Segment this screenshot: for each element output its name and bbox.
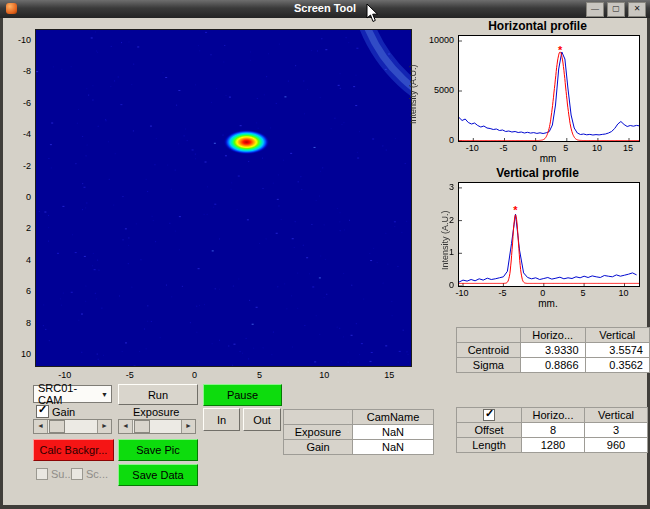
run-button[interactable]: Run (118, 384, 198, 405)
camera-select[interactable]: SRC01-CAM ▼ (33, 385, 112, 403)
tick-label: -10 (456, 288, 469, 298)
tick-label: -10 (3, 35, 31, 45)
tick-label: 15 (384, 370, 394, 380)
screen-tool-window: Screen Tool — ▢ ✕ Horizontal profile * V… (0, 0, 650, 509)
titlebar[interactable]: Screen Tool — ▢ ✕ (0, 0, 650, 18)
row-header: Length (457, 438, 522, 453)
chevron-down-icon: ▼ (101, 391, 111, 398)
table-cell: 0.3562 (585, 358, 649, 373)
table-cell[interactable]: 1280 (522, 438, 585, 453)
tick-label: 5 (257, 370, 262, 380)
row-header: Gain (284, 440, 353, 455)
tick-label: 8 (3, 318, 31, 328)
tick-label: -2 (3, 161, 31, 171)
y-axis-label: Intensity (A.U.) (408, 64, 418, 124)
gain-slider[interactable]: ◄ ► (33, 419, 112, 434)
tick-label: 0 (532, 143, 537, 153)
table-cell: 3.5574 (585, 343, 649, 358)
table-cell: 0.8866 (520, 358, 585, 373)
camera-select-value: SRC01-CAM (38, 382, 101, 406)
close-button[interactable]: ✕ (628, 2, 646, 17)
tick-label: -6 (3, 98, 31, 108)
tick-label: 5000 (426, 85, 454, 95)
vertical-profile-plot: * (458, 182, 640, 287)
tick-label: 5 (581, 288, 586, 298)
tick-label: 6 (3, 286, 31, 296)
save-data-button[interactable]: Save Data (118, 464, 198, 486)
tick-label: 0 (192, 370, 197, 380)
table-cell: NaN (353, 425, 434, 440)
table-cell: 3.9330 (520, 343, 585, 358)
row-header: Offset (457, 423, 522, 438)
y-axis-label: Intensity (A.U.) (440, 210, 450, 270)
row-header: Centroid (457, 343, 521, 358)
sc-checkbox-label: Sc... (86, 468, 108, 480)
slider-right-arrow-icon[interactable]: ► (181, 420, 195, 433)
slider-left-arrow-icon[interactable]: ◄ (34, 420, 48, 433)
column-header (457, 328, 521, 343)
gain-checkbox[interactable] (36, 405, 49, 418)
tick-label: 3 (426, 182, 454, 192)
tick-label: 5 (563, 143, 568, 153)
save-pic-button[interactable]: Save Pic (118, 439, 198, 461)
in-button[interactable]: In (203, 408, 240, 431)
vertical-profile-title: Vertical profile (430, 166, 645, 180)
column-header (457, 408, 522, 423)
tick-label: 0 (426, 135, 454, 145)
column-header: Horizo... (520, 328, 585, 343)
table-cell[interactable]: 960 (585, 438, 648, 453)
sc-checkbox[interactable] (71, 468, 83, 480)
exposure-label: Exposure (133, 406, 179, 418)
camera-params-table: CamNameExposureNaNGainNaN (283, 409, 434, 455)
tick-label: 0 (540, 288, 545, 298)
minimize-button[interactable]: — (586, 2, 604, 17)
table-cell[interactable]: 3 (585, 423, 648, 438)
tick-label: 0 (426, 280, 454, 290)
maximize-button[interactable]: ▢ (607, 2, 625, 17)
tick-label: -10 (58, 370, 71, 380)
slider-left-arrow-icon[interactable]: ◄ (119, 420, 133, 433)
horizontal_profile-svg: * (459, 36, 639, 141)
centroid-sigma-table: Horizo...VerticalCentroid3.93303.5574Sig… (456, 327, 650, 373)
mouse-cursor (366, 4, 380, 24)
tick-label: 10 (3, 349, 31, 359)
x-axis-label: mm. (538, 298, 557, 309)
out-button[interactable]: Out (243, 408, 281, 431)
roi-enable-checkbox[interactable] (483, 409, 495, 421)
vertical_profile-svg: * (459, 183, 639, 286)
exposure-slider-thumb[interactable] (134, 420, 150, 433)
exposure-slider[interactable]: ◄ ► (118, 419, 196, 434)
table-cell[interactable]: 8 (522, 423, 585, 438)
svg-text:*: * (513, 204, 518, 216)
calc-background-button[interactable]: Calc Backgr... (33, 439, 114, 461)
column-header: Vertical (585, 328, 649, 343)
tick-label: -5 (498, 288, 506, 298)
pause-button[interactable]: Pause (203, 384, 282, 406)
svg-text:*: * (558, 44, 563, 56)
su-checkbox[interactable] (36, 468, 48, 480)
tick-label: 10 (618, 288, 628, 298)
tick-label: 10 (592, 143, 602, 153)
window-title: Screen Tool (0, 2, 650, 14)
gain-slider-thumb[interactable] (49, 420, 65, 433)
window-border-bottom (0, 505, 650, 509)
tick-label: -5 (499, 143, 507, 153)
exposure-slider-track[interactable] (133, 420, 181, 433)
tick-label: 10000 (426, 35, 454, 45)
slider-right-arrow-icon[interactable]: ► (97, 420, 111, 433)
column-header: CamName (353, 410, 434, 425)
tick-label: 4 (3, 255, 31, 265)
tick-label: -5 (126, 370, 134, 380)
tick-label: -8 (3, 66, 31, 76)
tick-label: 10 (319, 370, 329, 380)
tick-label: 2 (3, 223, 31, 233)
column-header: Vertical (585, 408, 648, 423)
tick-label: 0 (3, 192, 31, 202)
tick-label: 15 (623, 143, 633, 153)
column-header: Horizo... (522, 408, 585, 423)
camera-image (35, 29, 412, 367)
gain-slider-track[interactable] (48, 420, 97, 433)
horizontal-profile-title: Horizontal profile (430, 19, 645, 33)
row-header: Sigma (457, 358, 521, 373)
column-header (284, 410, 353, 425)
